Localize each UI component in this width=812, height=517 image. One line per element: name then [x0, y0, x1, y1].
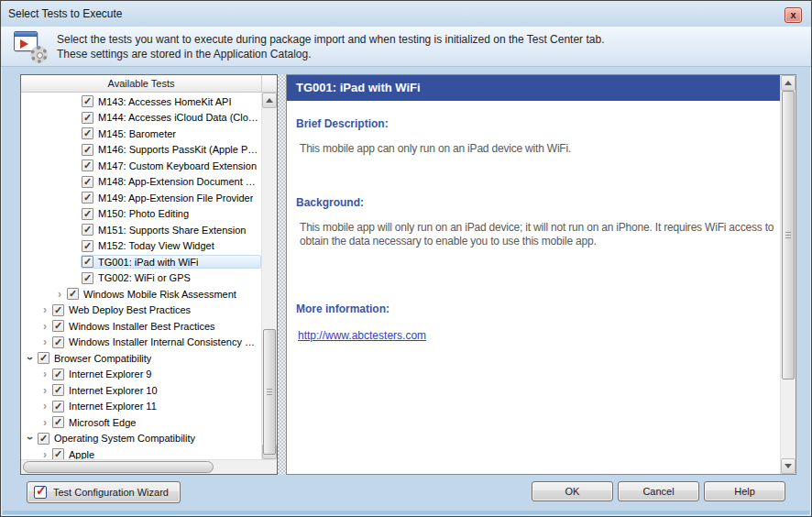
expand-arrow-icon[interactable]: ›	[38, 402, 51, 411]
test-checkbox[interactable]: ✓	[82, 240, 93, 252]
test-checkbox[interactable]: ✓	[67, 288, 79, 300]
test-checkbox[interactable]: ✓	[52, 368, 64, 380]
tree-item[interactable]: ✓M152: Today View Widget	[21, 238, 261, 255]
tree-row-content[interactable]: ✓M144: Accesses iCloud Data (Clo…	[81, 111, 260, 125]
ok-button[interactable]: OK	[532, 481, 613, 501]
collapse-arrow-icon[interactable]: ›	[26, 432, 35, 445]
test-configuration-wizard-button[interactable]: Test Configuration Wizard	[27, 481, 181, 503]
tree-scroll-track[interactable]	[262, 108, 277, 444]
tree-item[interactable]: ›✓Microsoft Edge	[21, 414, 261, 431]
test-checkbox[interactable]: ✓	[82, 272, 93, 284]
expand-arrow-icon[interactable]: ›	[38, 386, 51, 395]
tree-item[interactable]: ›✓Windows Installer Best Practices	[21, 318, 261, 335]
detail-scroll-track[interactable]	[781, 91, 796, 458]
tree-item[interactable]: ✓M143: Accesses HomeKit API	[21, 94, 261, 110]
more-info-link[interactable]: http://www.abctesters.com	[298, 329, 426, 342]
tree-row-content[interactable]: ✓Apple	[51, 447, 96, 459]
test-checkbox[interactable]: ✓	[52, 401, 64, 412]
tree-column-header[interactable]: Available Tests	[21, 75, 277, 93]
test-checkbox[interactable]: ✓	[52, 320, 64, 332]
expand-arrow-icon[interactable]: ›	[38, 337, 51, 346]
expand-arrow-icon[interactable]: ›	[38, 450, 51, 459]
tree-row-content[interactable]: ✓M147: Custom Keyboard Extension	[81, 159, 258, 172]
test-checkbox[interactable]: ✓	[82, 256, 93, 268]
close-button[interactable]: x	[785, 7, 802, 23]
tree-item[interactable]: ›✓Browser Compatibility	[21, 350, 261, 367]
expand-arrow-icon[interactable]: ›	[38, 418, 51, 427]
tree-row-content[interactable]: ✓M149: App-Extension File Provider	[81, 191, 255, 204]
detail-scroll-up-button[interactable]	[781, 75, 796, 91]
panel-splitter[interactable]	[278, 74, 286, 475]
tree-row-content[interactable]: ✓TG002: WiFi or GPS	[81, 271, 192, 285]
tree-item[interactable]: ›✓Internet Explorer 11	[21, 399, 261, 415]
tree-scroll-up-button[interactable]	[262, 93, 277, 108]
test-checkbox[interactable]: ✓	[82, 112, 93, 124]
test-checkbox[interactable]: ✓	[52, 448, 64, 459]
tree-row-content[interactable]: ✓Windows Installer Best Practices	[51, 319, 217, 333]
tree-row-content[interactable]: ✓Browser Compatibility	[37, 351, 153, 365]
tree-row-content[interactable]: ✓M150: Photo Editing	[81, 207, 191, 221]
tree-item[interactable]: ✓M144: Accesses iCloud Data (Clo…	[21, 110, 261, 126]
tree-item[interactable]: ›✓Web Deploy Best Practices	[21, 302, 261, 319]
tree-item[interactable]: ›✓Windows Mobile Risk Assessment	[21, 286, 261, 302]
tree-row-content[interactable]: ✓M152: Today View Widget	[81, 239, 216, 253]
expand-arrow-icon[interactable]: ›	[38, 322, 51, 331]
tree-row-content[interactable]: ✓Web Deploy Best Practices	[51, 303, 192, 317]
tree-row-content[interactable]: ✓M143: Accesses HomeKit API	[81, 94, 234, 108]
tree-row-content[interactable]: ✓M151: Supports Share Extension	[81, 223, 247, 236]
tree-item[interactable]: ›✓Internet Explorer 10	[21, 382, 261, 399]
tree-row-content[interactable]: ✓Windows Installer Internal Consistency …	[51, 336, 257, 349]
test-checkbox[interactable]: ✓	[52, 384, 64, 396]
test-checkbox[interactable]: ✓	[82, 127, 93, 139]
expand-arrow-icon[interactable]: ›	[38, 369, 51, 379]
detail-scroll-down-button[interactable]	[781, 458, 796, 474]
tree-hscroll-track[interactable]	[21, 460, 261, 474]
tree-row-content[interactable]: ✓Internet Explorer 9	[51, 368, 154, 381]
test-checkbox[interactable]: ✓	[52, 336, 64, 348]
expand-arrow-icon[interactable]: ›	[38, 305, 51, 314]
test-checkbox[interactable]: ✓	[82, 208, 93, 220]
test-checkbox[interactable]: ✓	[82, 95, 93, 107]
tree-row-content[interactable]: ✓Internet Explorer 10	[51, 383, 159, 397]
tree-row-content[interactable]: ✓M148: App-Extension Document …	[81, 175, 258, 189]
tree-item[interactable]: ✓TG002: WiFi or GPS	[21, 270, 261, 287]
tree-hscroll-thumb[interactable]	[23, 461, 214, 473]
tree-row-content[interactable]: ✓Windows Mobile Risk Assessment	[66, 287, 238, 301]
test-checkbox[interactable]: ✓	[52, 416, 64, 428]
tree-row-content[interactable]: ✓M146: Supports PassKit (Apple P…	[81, 143, 259, 157]
help-button[interactable]: Help	[704, 481, 785, 501]
tree-item[interactable]: ›✓Apple	[21, 446, 261, 459]
tree-item[interactable]: ✓M151: Supports Share Extension	[21, 222, 261, 238]
tree-item[interactable]: ✓M148: App-Extension Document …	[21, 174, 261, 191]
detail-scroll-thumb[interactable]	[782, 91, 795, 380]
test-checkbox[interactable]: ✓	[38, 352, 49, 364]
tree-horizontal-scrollbar[interactable]	[21, 459, 277, 474]
tree-item[interactable]: ›✓Operating System Compatibility	[21, 431, 261, 447]
detail-vertical-scrollbar[interactable]	[780, 75, 796, 474]
tree-item[interactable]: ✓M145: Barometer	[21, 126, 261, 142]
selected-tree-row[interactable]: ✓TG001: iPad with WiFi	[81, 255, 261, 269]
test-checkbox[interactable]: ✓	[82, 144, 93, 156]
cancel-button[interactable]: Cancel	[618, 481, 699, 501]
tree-item[interactable]: ✓TG001: iPad with WiFi	[21, 254, 261, 270]
test-checkbox[interactable]: ✓	[52, 304, 64, 316]
tree-row-content[interactable]: ✓Operating System Compatibility	[37, 432, 197, 446]
tree-row-content[interactable]: ✓M145: Barometer	[81, 126, 178, 140]
test-checkbox[interactable]: ✓	[82, 224, 93, 236]
tree-item[interactable]: ✓M150: Photo Editing	[21, 206, 261, 223]
tree-item[interactable]: ›✓Internet Explorer 9	[21, 367, 261, 383]
tree-item[interactable]: ✓M149: App-Extension File Provider	[21, 190, 261, 206]
test-checkbox[interactable]: ✓	[38, 433, 49, 445]
expand-arrow-icon[interactable]: ›	[53, 290, 66, 299]
tree-scroll-thumb[interactable]	[263, 329, 276, 455]
test-checkbox[interactable]: ✓	[82, 192, 93, 204]
tree-vertical-scrollbar[interactable]	[261, 93, 277, 459]
tree-item[interactable]: ✓M147: Custom Keyboard Extension	[21, 158, 261, 174]
collapse-arrow-icon[interactable]: ›	[26, 352, 35, 365]
tree-item[interactable]: ›✓Windows Installer Internal Consistency…	[21, 335, 261, 351]
tree-row-content[interactable]: ✓Internet Explorer 11	[51, 400, 159, 413]
test-checkbox[interactable]: ✓	[82, 176, 93, 188]
tree-item[interactable]: ✓M146: Supports PassKit (Apple P…	[21, 142, 261, 159]
tree-row-content[interactable]: ✓Microsoft Edge	[51, 415, 137, 429]
test-checkbox[interactable]: ✓	[82, 160, 93, 171]
